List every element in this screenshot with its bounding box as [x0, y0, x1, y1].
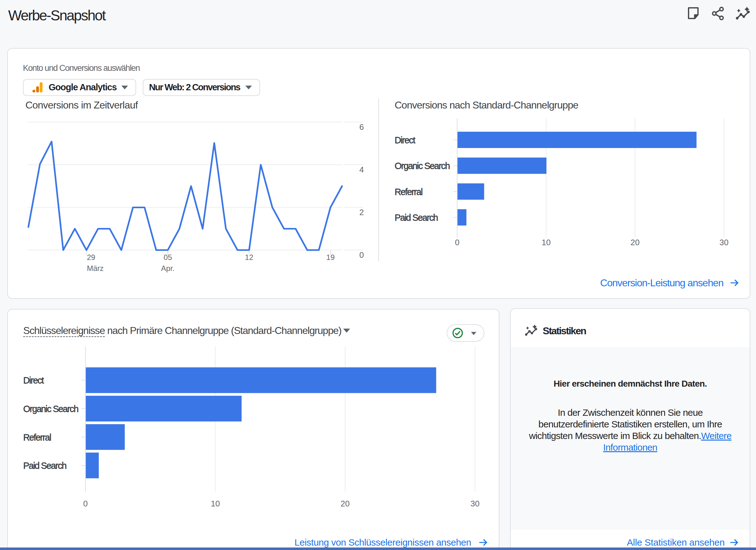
svg-text:10: 10: [211, 499, 220, 508]
svg-text:Apr.: Apr.: [161, 264, 175, 273]
svg-text:29: 29: [87, 253, 95, 262]
svg-text:0: 0: [359, 250, 364, 260]
svg-text:12: 12: [245, 253, 253, 262]
svg-text:10: 10: [541, 238, 551, 247]
svg-text:Organic Search: Organic Search: [23, 404, 78, 414]
svg-text:20: 20: [631, 238, 640, 247]
svg-text:Direct: Direct: [23, 375, 44, 385]
svg-text:19: 19: [326, 253, 335, 262]
svg-text:20: 20: [341, 499, 350, 508]
svg-text:30: 30: [471, 499, 480, 508]
svg-text:30: 30: [719, 238, 728, 247]
svg-text:2: 2: [359, 208, 364, 217]
svg-text:Organic Search: Organic Search: [395, 161, 450, 171]
svg-text:Direct: Direct: [395, 135, 415, 145]
svg-text:05: 05: [164, 253, 172, 262]
svg-text:Referral: Referral: [23, 432, 51, 442]
svg-text:März: März: [87, 264, 104, 273]
svg-text:6: 6: [359, 122, 364, 132]
svg-text:Paid Search: Paid Search: [395, 213, 438, 223]
svg-text:Referral: Referral: [395, 187, 422, 197]
svg-text:Paid Search: Paid Search: [23, 461, 67, 471]
svg-text:0: 0: [455, 238, 459, 247]
svg-text:0: 0: [83, 499, 88, 508]
svg-text:4: 4: [359, 165, 364, 174]
